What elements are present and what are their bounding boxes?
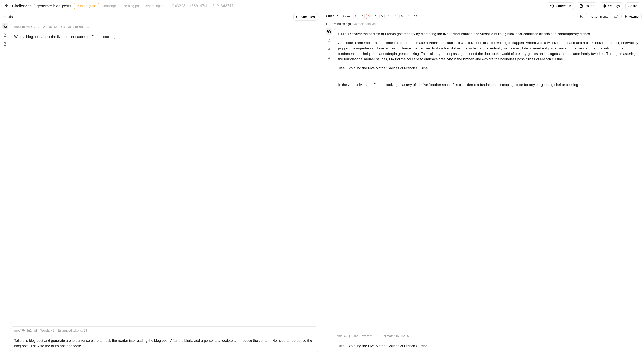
output-timestamp: 2 minutes ago: [331, 22, 351, 26]
status-badge[interactable]: ↗ In progress: [74, 3, 99, 9]
score-option-10[interactable]: 10: [412, 14, 418, 19]
input-body: Take this blog post and generate a one s…: [10, 335, 318, 352]
file-icon[interactable]: [326, 55, 332, 62]
title-label: Title:: [338, 66, 346, 70]
score-option-5[interactable]: 5: [380, 14, 384, 19]
score-option-2[interactable]: 2: [360, 14, 365, 19]
back-arrow-icon[interactable]: [4, 2, 9, 10]
intro-paragraph: In the vast universe of French cooking, …: [338, 82, 638, 88]
comments-button[interactable]: 0 Comments: [589, 13, 610, 20]
attempts-button-label: 4 attempts: [556, 4, 571, 8]
output-main-card: Blurb: Discover the secrets of French ga…: [334, 28, 642, 329]
settings-button-label: Settings: [608, 4, 620, 8]
breadcrumb: Challenges / generate-blog-posts: [12, 3, 71, 9]
svg-rect-11: [328, 31, 330, 33]
output-side-icons: [326, 28, 332, 352]
settings-button[interactable]: Settings: [600, 2, 622, 10]
output-secondary-card: tmptk4l6j00.md Words: 661 Estimated toke…: [334, 332, 642, 352]
score-option-1[interactable]: 1: [353, 14, 358, 19]
add-comment-button[interactable]: [577, 13, 587, 20]
score-option-7[interactable]: 7: [393, 14, 398, 19]
input-filename: tmp9hmevm3n.md: [14, 25, 39, 29]
svg-rect-1: [5, 26, 6, 28]
input-word-count: Words: 12: [43, 25, 57, 29]
external-link-icon: ↗: [76, 4, 79, 8]
inputs-title: Inputs: [2, 14, 13, 19]
output-filename: tmptk4l6j00.md: [338, 334, 358, 338]
attempt-button[interactable]: Attempt: [622, 13, 642, 20]
attempt-button-label: Attempt: [629, 15, 639, 18]
file-icon[interactable]: [2, 32, 8, 38]
challenge-id: d1632f8b-4089-47db-a6e9-368747: [171, 4, 234, 8]
input-card: tmp9hmevm3n.md Words: 12 Estimated token…: [10, 22, 318, 324]
anecdote-label: Anecdote:: [338, 41, 355, 45]
input-filename: tmpp76xr3u1.md: [14, 328, 37, 333]
header-bar: Challenges / generate-blog-posts ↗ In pr…: [0, 0, 644, 12]
breadcrumb-separator: /: [34, 3, 35, 9]
score-option-9[interactable]: 9: [406, 14, 411, 19]
file-icon[interactable]: [2, 41, 8, 47]
issues-button[interactable]: Issues: [576, 2, 597, 10]
score-selector: 12345678910: [353, 14, 418, 19]
blurb-label: Blurb:: [338, 32, 348, 36]
inputs-side-icons: [2, 22, 8, 352]
copy-icon[interactable]: [326, 28, 332, 35]
clock-icon: [326, 22, 330, 26]
gear-icon: [603, 4, 606, 8]
score-label: Score:: [342, 14, 351, 18]
score-option-8[interactable]: 8: [399, 14, 404, 19]
copy-icon[interactable]: [2, 23, 8, 29]
title-text: Exploring the Five Mother Sauces of Fren…: [346, 66, 428, 70]
inputs-pane: Inputs Update Files tmp9hmevm3n.md: [2, 12, 322, 352]
update-files-button[interactable]: Update Files: [293, 13, 318, 21]
breadcrumb-root[interactable]: Challenges: [12, 3, 32, 9]
title-label: Title:: [338, 344, 346, 348]
output-word-count: Words: 661: [362, 334, 378, 338]
blurb-text: Discover the secrets of French gastronom…: [348, 32, 591, 36]
input-word-count: Words: 43: [40, 328, 54, 333]
share-button[interactable]: Share: [626, 2, 640, 10]
score-option-6[interactable]: 6: [386, 14, 391, 19]
breadcrumb-leaf[interactable]: generate-blog-posts: [36, 3, 71, 9]
input-token-count: Estimated tokens: 38: [58, 328, 87, 333]
file-icon[interactable]: [326, 38, 332, 44]
divider: [338, 76, 638, 77]
output-title: Output: [326, 14, 338, 19]
input-token-count: Estimated tokens: 10: [60, 25, 90, 29]
file-icon[interactable]: [326, 46, 332, 52]
refresh-button[interactable]: [612, 13, 620, 20]
svg-point-0: [604, 6, 605, 6]
output-pane: Output Score: 12345678910 0 Comments Att…: [322, 12, 642, 352]
output-metadata: No metadata yet: [353, 22, 376, 26]
challenge-description: Challenge for the blog post "Generating …: [102, 4, 168, 8]
input-body: Write a blog post about the five mother …: [10, 31, 318, 43]
title-text: Exploring the Five Mother Sauces of Fren…: [346, 344, 428, 348]
issues-button-label: Issues: [584, 4, 594, 8]
output-token-count: Estimated tokens: 595: [382, 334, 412, 338]
score-option-4[interactable]: 4: [373, 14, 378, 19]
share-button-label: Share: [628, 4, 637, 8]
input-card: tmpp76xr3u1.md Words: 43 Estimated token…: [10, 326, 318, 352]
score-option-3[interactable]: 3: [366, 14, 371, 19]
attempts-button[interactable]: 4 attempts: [548, 2, 574, 10]
status-label: In progress: [80, 4, 96, 8]
anecdote-text: I remember the first time I attempted to…: [338, 41, 638, 61]
